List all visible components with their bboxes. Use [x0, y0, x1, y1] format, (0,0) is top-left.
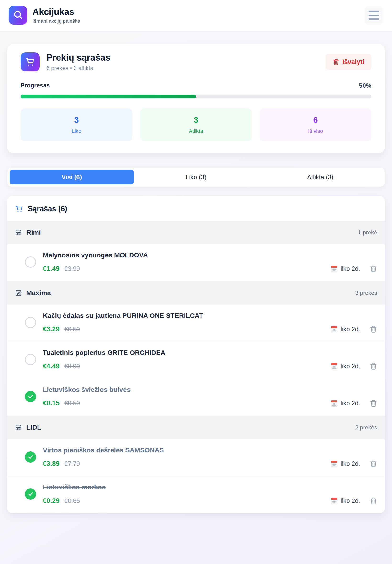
item-expiry: liko 2d.	[341, 265, 360, 273]
groups-container: Rimi 1 prekė Mėlynosios vynuogės MOLDOVA…	[7, 221, 385, 513]
check-icon	[28, 393, 34, 399]
check-icon	[28, 454, 34, 460]
cart-tile	[21, 52, 40, 71]
progress-percentage: 50%	[359, 82, 371, 89]
app-header: Akcijukas Išmani akcijų paieška	[0, 0, 392, 31]
item-old-price: €8.99	[64, 363, 80, 370]
trash-icon	[370, 399, 377, 407]
item-delete-button[interactable]	[370, 363, 377, 370]
store-item-count: 3 prekės	[355, 290, 377, 296]
progress-label: Progresas	[21, 82, 50, 89]
stat-label: Atlikta	[189, 128, 203, 134]
item-checkbox[interactable]	[25, 256, 36, 268]
stat-card-atlikta: 3 Atlikta	[140, 109, 252, 141]
item-price: €1.49	[43, 265, 59, 273]
store-icon	[15, 424, 22, 431]
clear-button-label: Išvalyti	[342, 58, 364, 66]
stat-label: Liko	[72, 128, 81, 134]
item-price: €3.29	[43, 325, 59, 333]
calendar-icon	[331, 400, 337, 407]
list-item: Mėlynosios vynuogės MOLDOVA €1.49 €3.99 …	[7, 244, 385, 281]
list-item: Kačių ėdalas su jautiena PURINA ONE STER…	[7, 305, 385, 342]
stat-label: Iš viso	[308, 128, 323, 134]
item-expiry: liko 2d.	[341, 497, 360, 505]
trash-icon	[370, 326, 377, 333]
calendar-icon	[331, 326, 337, 332]
stats-row: 3 Liko 3 Atlikta 6 Iš viso	[21, 109, 371, 141]
item-expiry: liko 2d.	[341, 326, 360, 333]
search-icon	[13, 10, 23, 21]
item-name: Lietuviškos šviežios bulvės	[43, 386, 377, 394]
item-delete-button[interactable]	[370, 326, 377, 333]
app-title: Akcijukas	[32, 7, 80, 17]
tab-liko[interactable]: Liko (3)	[134, 170, 258, 184]
item-expiry: liko 2d.	[341, 399, 360, 407]
list-title: Sąrašas (6)	[28, 205, 67, 213]
store-icon	[15, 229, 22, 236]
item-old-price: €0.50	[64, 399, 80, 407]
summary-card: Prekių sąrašas 6 prekės • 3 atlikta Išva…	[7, 44, 385, 153]
stat-value: 3	[194, 115, 198, 125]
calendar-icon	[331, 461, 337, 467]
clear-list-button[interactable]: Išvalyti	[325, 54, 371, 70]
tab-atlikta[interactable]: Atlikta (3)	[258, 170, 382, 184]
item-price: €0.29	[43, 497, 59, 505]
item-delete-button[interactable]	[370, 460, 377, 468]
store-section-header-lidl: LIDL 2 prekės	[7, 416, 385, 439]
filter-tabs: Visi (6) Liko (3) Atlikta (3)	[7, 167, 385, 187]
stat-value: 3	[74, 115, 79, 125]
item-expiry: liko 2d.	[341, 460, 360, 468]
hamburger-icon	[369, 11, 379, 13]
trash-icon	[370, 265, 377, 273]
store-section-header-maxima: Maxima 3 prekės	[7, 281, 385, 305]
tab-visi[interactable]: Visi (6)	[10, 170, 134, 184]
store-section-header-rimi: Rimi 1 prekė	[7, 221, 385, 244]
item-delete-button[interactable]	[370, 497, 377, 505]
hamburger-menu-button[interactable]	[364, 6, 383, 25]
item-name: Virtos pieniškos dešrelės SAMSONAS	[43, 446, 377, 454]
cart-icon	[15, 205, 23, 213]
calendar-icon	[331, 363, 337, 370]
calendar-icon	[331, 497, 337, 504]
store-item-count: 1 prekė	[358, 229, 377, 236]
shopping-cart-icon	[25, 56, 36, 68]
list-item: Virtos pieniškos dešrelės SAMSONAS €3.89…	[7, 439, 385, 476]
list-item: Lietuviškos šviežios bulvės €0.15 €0.50 …	[7, 379, 385, 416]
item-expiry: liko 2d.	[341, 363, 360, 370]
main-content: Prekių sąrašas 6 prekės • 3 atlikta Išva…	[0, 44, 392, 513]
item-checkbox[interactable]	[25, 391, 36, 402]
app-subtitle: Išmani akcijų paieška	[32, 18, 80, 24]
store-icon	[15, 289, 22, 297]
trash-icon	[370, 460, 377, 468]
item-price: €4.49	[43, 362, 59, 370]
check-icon	[28, 491, 34, 497]
item-delete-button[interactable]	[370, 399, 377, 407]
item-old-price: €7.79	[64, 460, 80, 468]
item-checkbox[interactable]	[25, 354, 36, 365]
item-checkbox[interactable]	[25, 452, 36, 463]
item-name: Kačių ėdalas su jautiena PURINA ONE STER…	[43, 312, 377, 319]
shopping-list-card: Sąrašas (6) Rimi 1 prekė Mėlynosios vynu…	[7, 196, 385, 513]
trash-icon	[370, 363, 377, 370]
item-checkbox[interactable]	[25, 317, 36, 328]
app-logo	[9, 6, 27, 25]
item-name: Lietuviškos morkos	[43, 483, 377, 491]
item-price: €0.15	[43, 399, 59, 407]
store-name: LIDL	[26, 424, 41, 431]
stat-card-liko: 3 Liko	[21, 109, 132, 141]
list-item: Lietuviškos morkos €0.29 €0.65 liko 2d.	[7, 476, 385, 513]
calendar-icon	[331, 265, 337, 272]
page-subtitle: 6 prekės • 3 atlikta	[46, 65, 111, 71]
item-delete-button[interactable]	[370, 265, 377, 273]
trash-icon	[333, 58, 339, 65]
item-old-price: €6.59	[64, 326, 80, 333]
trash-icon	[370, 497, 377, 505]
page-title: Prekių sąrašas	[46, 53, 111, 63]
item-name: Mėlynosios vynuogės MOLDOVA	[43, 251, 377, 259]
store-item-count: 2 prekės	[355, 424, 377, 431]
stat-card-iš-viso: 6 Iš viso	[260, 109, 371, 141]
item-old-price: €3.99	[64, 265, 80, 273]
list-item: Tualetinis popierius GRITE ORCHIDEA €4.4…	[7, 342, 385, 379]
item-checkbox[interactable]	[25, 488, 36, 500]
store-name: Rimi	[26, 229, 41, 236]
